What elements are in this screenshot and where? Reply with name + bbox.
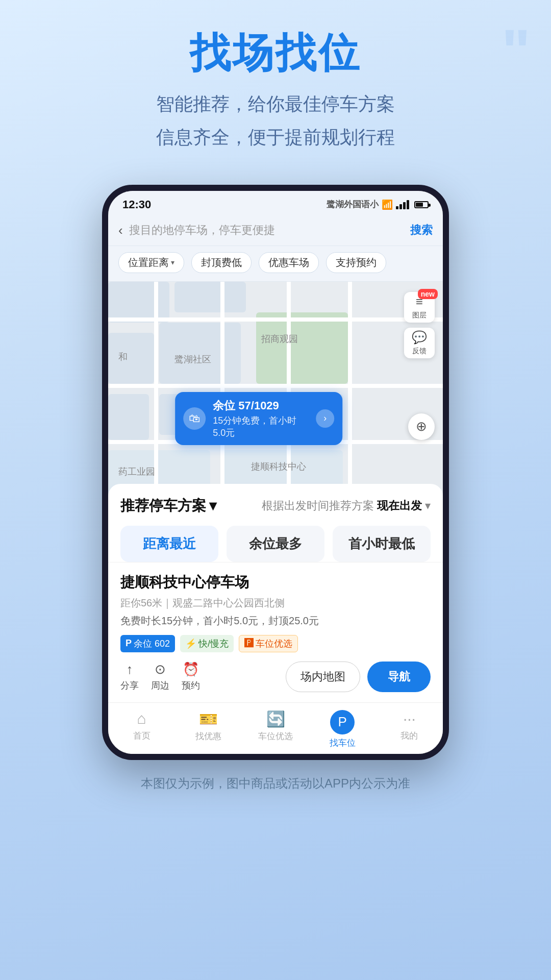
recommend-time: 根据出发时间推荐方案 现在出发 ▾ — [262, 498, 431, 513]
action-nearby[interactable]: ⊙ 周边 — [151, 662, 169, 692]
filter-price[interactable]: 封顶费低 — [191, 252, 252, 273]
locate-icon: ⊕ — [416, 419, 427, 434]
sort-tab-distance-label: 距离最近 — [143, 536, 196, 551]
filter-location-label: 位置距离 — [128, 256, 169, 270]
map-popup[interactable]: 🛍 余位 57/1029 15分钟免费，首小时5.0元 › — [175, 392, 342, 445]
popup-promo: 15分钟免费，首小时5.0元 — [213, 414, 309, 439]
chevron-down-icon: ▾ — [209, 497, 216, 514]
p-icon: P — [126, 638, 132, 649]
nav-profile-label: 我的 — [400, 730, 418, 742]
map-block — [108, 333, 154, 384]
map-community-label: 鹭湖社区 — [174, 353, 211, 365]
filter-location[interactable]: 位置距离 ▾ — [118, 252, 184, 273]
time-value: 现在出发 — [377, 498, 422, 513]
parking-tags: P 余位 602 ⚡ 快/慢充 🅿 车位优选 — [120, 635, 431, 652]
spaces-text: 余位 602 — [134, 638, 170, 650]
charge-text: 快/慢充 — [198, 638, 229, 650]
footer-note: 本图仅为示例，图中商品或活动以APP内公示为准 — [0, 760, 551, 812]
map-block-green — [256, 312, 348, 384]
page-header: 找场找位 智能推荐，给你最佳停车方案 信息齐全，便于提前规划行程 — [0, 0, 551, 169]
recommend-card: 推荐停车方案 ▾ 根据出发时间推荐方案 现在出发 ▾ 距离最近 余位最多 首小时… — [108, 484, 443, 562]
action-share[interactable]: ↑ 分享 — [120, 662, 139, 692]
phone-mockup: 12:30 鹭湖外国语小 📶 ‹ 搜目的地停车场，停车更便捷 搜索 — [102, 185, 449, 760]
nav-home[interactable]: ⌂ 首页 — [108, 710, 175, 749]
nav-discount[interactable]: 🎫 找优惠 — [175, 710, 242, 749]
nav-spots[interactable]: 🔄 车位优选 — [242, 710, 309, 749]
share-icon: ↑ — [127, 662, 133, 677]
map-block — [108, 282, 169, 323]
search-input[interactable]: 搜目的地停车场，停车更便捷 — [129, 223, 404, 238]
sort-tab-spaces[interactable]: 余位最多 — [227, 526, 324, 562]
map-bottomleft-label: 药工业园 — [118, 465, 155, 478]
back-button[interactable]: ‹ — [118, 223, 123, 238]
filter-reserve-label: 支持预约 — [336, 256, 377, 270]
search-bar: ‹ 搜目的地停车场，停车更便捷 搜索 — [108, 215, 443, 246]
home-icon: ⌂ — [137, 710, 146, 727]
nav-findparking-label: 找车位 — [330, 737, 356, 749]
parking-detail-card: 捷顺科技中心停车场 距你56米｜观盛二路中心公园西北侧 免费时长15分钟，首小时… — [108, 562, 443, 702]
new-badge: new — [418, 289, 438, 299]
wifi-icon: 📶 — [382, 199, 393, 210]
time-label-text: 根据出发时间推荐方案 — [262, 498, 374, 513]
map-controls: new ≡ 图层 💬 反馈 — [404, 292, 435, 358]
nav-profile[interactable]: ··· 我的 — [376, 710, 443, 749]
parking-actions: ↑ 分享 ⊙ 周边 ⏰ 预约 场内地图 导航 — [120, 662, 431, 692]
navigate-button[interactable]: 导航 — [367, 662, 431, 692]
nav-spots-label: 车位优选 — [258, 730, 293, 742]
feedback-label: 反馈 — [412, 347, 427, 356]
filter-discount-label: 优惠车场 — [268, 256, 309, 270]
sort-tab-price-label: 首小时最低 — [348, 536, 415, 551]
popup-arrow-icon[interactable]: › — [316, 409, 334, 428]
filter-price-label: 封顶费低 — [201, 256, 242, 270]
spots-icon: 🔄 — [266, 710, 285, 728]
find-parking-icon: P — [330, 710, 355, 734]
recommend-title-text: 推荐停车方案 — [120, 496, 206, 516]
parking-name: 捷顺科技中心停车场 — [120, 573, 431, 592]
map-bottom-label: 捷顺科技中心 — [251, 460, 306, 473]
road-v — [220, 282, 224, 496]
action-buttons: 场内地图 导航 — [286, 662, 431, 692]
charge-icon: ⚡ — [185, 638, 196, 649]
select-text: 车位优选 — [256, 638, 292, 650]
page-subtitle: 智能推荐，给你最佳停车方案 信息齐全，便于提前规划行程 — [20, 88, 531, 154]
recommend-header: 推荐停车方案 ▾ 根据出发时间推荐方案 现在出发 ▾ — [120, 496, 431, 516]
road-v — [154, 282, 158, 496]
nav-home-label: 首页 — [133, 730, 151, 742]
locate-button[interactable]: ⊕ — [408, 413, 435, 440]
map-feedback-button[interactable]: 💬 反馈 — [404, 328, 435, 358]
parking-price-info: 免费时长15分钟，首小时5.0元，封顶25.0元 — [120, 614, 431, 628]
map-left-label: 和 — [118, 351, 128, 363]
footer-note-text: 本图仅为示例，图中商品或活动以APP内公示为准 — [141, 776, 410, 790]
popup-spaces: 余位 57/1029 — [213, 398, 309, 413]
bottom-nav: ⌂ 首页 🎫 找优惠 🔄 车位优选 P 找车位 ··· 我的 — [108, 702, 443, 754]
reserve-label: 预约 — [182, 679, 200, 692]
map-area: 鹭湖社区 招商观园 捷顺科技中心 和 药工业园 🛍 余位 57/1029 15分… — [108, 282, 443, 496]
road-h — [108, 384, 443, 388]
map-landmark-label: 招商观园 — [261, 333, 298, 345]
nav-find-parking[interactable]: P 找车位 — [309, 710, 376, 749]
sort-tab-distance[interactable]: 距离最近 — [120, 526, 218, 562]
filter-reserve[interactable]: 支持预约 — [326, 252, 386, 273]
action-reserve[interactable]: ⏰ 预约 — [182, 662, 200, 692]
parking-tag-charge: ⚡ 快/慢充 — [180, 635, 234, 652]
popup-park-icon: 🛍 — [183, 407, 206, 430]
search-button[interactable]: 搜索 — [410, 223, 433, 238]
indoor-map-button[interactable]: 场内地图 — [286, 662, 360, 692]
nearby-label: 周边 — [151, 679, 169, 692]
nearby-icon: ⊙ — [155, 662, 166, 677]
sort-tab-price[interactable]: 首小时最低 — [333, 526, 431, 562]
popup-info: 余位 57/1029 15分钟免费，首小时5.0元 — [213, 398, 309, 439]
subtitle-line2: 信息齐全，便于提前规划行程 — [20, 121, 531, 154]
layer-label: 图层 — [412, 311, 427, 320]
recommend-title: 推荐停车方案 ▾ — [120, 496, 216, 516]
sort-tabs: 距离最近 余位最多 首小时最低 — [120, 526, 431, 562]
map-block — [108, 394, 149, 440]
reserve-icon: ⏰ — [183, 662, 199, 677]
map-block — [174, 282, 246, 312]
map-layer-button[interactable]: new ≡ 图层 — [404, 292, 435, 323]
filter-discount[interactable]: 优惠车场 — [259, 252, 319, 273]
subtitle-line1: 智能推荐，给你最佳停车方案 — [20, 88, 531, 121]
battery-icon — [414, 201, 429, 208]
parking-address: 距你56米｜观盛二路中心公园西北侧 — [120, 596, 431, 610]
parking-tag-spaces: P 余位 602 — [120, 635, 175, 652]
